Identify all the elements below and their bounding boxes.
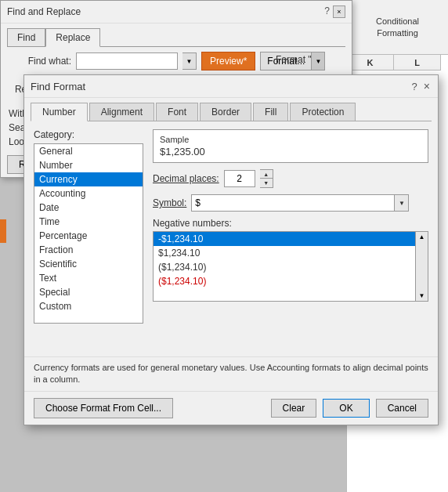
neg-scroll-up[interactable]: ▲	[419, 233, 425, 241]
ff-bottom-bar: Choose Format From Cell... Clear OK Canc…	[24, 391, 438, 425]
neg-item-2[interactable]: ($1,234.10)	[154, 260, 415, 274]
ok-btn[interactable]: OK	[323, 399, 369, 418]
ff-tabs: Number Alignment Font Border Fill Protec…	[24, 98, 438, 121]
ff-tab-font[interactable]: Font	[156, 103, 198, 121]
sample-section: Sample $1,235.00	[153, 129, 428, 163]
symbol-input[interactable]	[191, 194, 395, 212]
neg-list-scrollbar: ▲ ▼	[416, 231, 428, 302]
find-format-dialog: Find Format ? × Number Alignment Font Bo…	[23, 74, 439, 425]
ff-close-btn[interactable]: ×	[422, 80, 432, 92]
find-what-label: Find what:	[9, 56, 71, 67]
category-label: Category:	[34, 129, 143, 140]
cat-accounting[interactable]: Accounting	[34, 186, 143, 201]
col-k-header: K	[347, 55, 394, 71]
sample-value: $1,235.00	[160, 146, 421, 157]
ff-bottom-left: Choose Format From Cell...	[34, 398, 173, 418]
orange-bar	[0, 219, 6, 243]
symbol-select: ▼	[191, 194, 409, 212]
ff-tab-protection[interactable]: Protection	[290, 103, 356, 121]
neg-list-wrapper: -$1,234.10 $1,234.10 ($1,234.10) ($1,234…	[153, 231, 428, 302]
find-replace-controls: ? ×	[324, 5, 345, 18]
tab-find[interactable]: Find	[7, 28, 45, 46]
cat-time[interactable]: Time	[34, 215, 143, 229]
cat-currency[interactable]: Currency	[34, 172, 143, 186]
find-replace-titlebar: Find and Replace ? ×	[1, 1, 352, 24]
decimal-row: Decimal places: ▲ ▼	[153, 169, 428, 188]
tab-replace[interactable]: Replace	[45, 28, 100, 47]
preview-btn-1[interactable]: Preview*	[201, 52, 255, 71]
decimal-up-btn[interactable]: ▲	[260, 170, 273, 179]
format-label-top: Format "	[276, 54, 312, 65]
negative-numbers-section: Negative numbers: -$1,234.10 $1,234.10 (…	[153, 218, 428, 302]
find-replace-tabs: Find Replace	[1, 24, 352, 46]
ff-tab-border[interactable]: Border	[200, 103, 251, 121]
excel-ribbon-fragment: Conditional Formatting	[346, 0, 448, 55]
negative-list: -$1,234.10 $1,234.10 ($1,234.10) ($1,234…	[153, 231, 416, 302]
cat-date[interactable]: Date	[34, 201, 143, 215]
choose-format-btn[interactable]: Choose Format From Cell...	[34, 398, 173, 418]
cat-custom[interactable]: Custom	[34, 299, 143, 313]
cat-number[interactable]: Number	[34, 158, 143, 172]
symbol-row: Symbol: ▼	[153, 194, 428, 212]
ff-tab-number[interactable]: Number	[31, 103, 88, 121]
cat-scientific[interactable]: Scientific	[34, 257, 143, 271]
decimal-label: Decimal places:	[153, 173, 219, 184]
cat-text[interactable]: Text	[34, 271, 143, 285]
conditional-formatting-label: Conditional Formatting	[376, 16, 419, 38]
negative-label: Negative numbers:	[153, 218, 428, 229]
symbol-label: Symbol:	[153, 197, 186, 208]
decimal-input[interactable]	[224, 170, 255, 187]
ff-tab-alignment[interactable]: Alignment	[89, 103, 154, 121]
col-l-header: L	[394, 55, 441, 71]
ff-help-btn[interactable]: ?	[412, 81, 417, 92]
ff-controls: ? ×	[412, 80, 432, 92]
find-replace-close[interactable]: ×	[333, 5, 345, 18]
decimal-down-btn[interactable]: ▼	[260, 179, 273, 187]
ff-content: Category: General Number Currency Accoun…	[24, 121, 438, 356]
neg-item-1[interactable]: $1,234.10	[154, 246, 415, 260]
symbol-dropdown-btn[interactable]: ▼	[395, 194, 409, 212]
ff-title: Find Format	[31, 81, 85, 92]
neg-scroll-down[interactable]: ▼	[419, 292, 425, 299]
cancel-btn[interactable]: Cancel	[376, 399, 428, 418]
format-btn-1-arrow[interactable]: ▼	[312, 52, 325, 71]
neg-item-3[interactable]: ($1,234.10)	[154, 274, 415, 288]
cat-special[interactable]: Special	[34, 285, 143, 299]
category-panel: Category: General Number Currency Accoun…	[34, 129, 143, 349]
ff-bottom-right: Clear OK Cancel	[271, 399, 428, 418]
neg-item-0[interactable]: -$1,234.10	[154, 232, 415, 246]
description-text: Currency formats are used for general mo…	[24, 356, 438, 391]
find-replace-title: Find and Replace	[7, 6, 81, 17]
category-list: General Number Currency Accounting Date …	[34, 143, 143, 324]
find-what-input[interactable]	[76, 52, 178, 70]
sample-label: Sample	[160, 135, 421, 144]
right-panel: Sample $1,235.00 Decimal places: ▲ ▼ Sym…	[153, 129, 428, 349]
cat-percentage[interactable]: Percentage	[34, 229, 143, 243]
ff-tab-fill[interactable]: Fill	[253, 103, 288, 121]
decimal-spinner: ▲ ▼	[260, 169, 273, 188]
cat-fraction[interactable]: Fraction	[34, 243, 143, 257]
ff-titlebar: Find Format ? ×	[24, 75, 438, 98]
find-replace-help[interactable]: ?	[324, 5, 330, 18]
clear-btn[interactable]: Clear	[271, 399, 317, 418]
find-what-dropdown[interactable]: ▼	[182, 52, 197, 70]
cat-general[interactable]: General	[34, 144, 143, 158]
